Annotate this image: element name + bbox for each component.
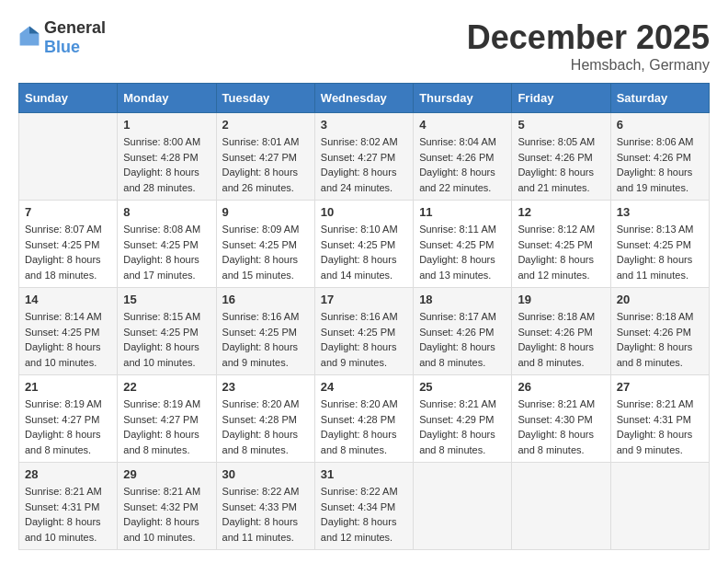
- day-number: 6: [617, 118, 703, 132]
- logo-blue: Blue: [44, 38, 80, 56]
- daylight-text: Daylight: 8 hours and 18 minutes.: [25, 254, 101, 281]
- daylight-text: Daylight: 8 hours and 11 minutes.: [617, 254, 693, 281]
- sunrise-text: Sunrise: 8:20 AM: [222, 398, 300, 409]
- calendar-cell: 26 Sunrise: 8:21 AM Sunset: 4:30 PM Dayl…: [512, 375, 610, 463]
- sunset-text: Sunset: 4:26 PM: [518, 152, 592, 163]
- day-info: Sunrise: 8:09 AM Sunset: 4:25 PM Dayligh…: [222, 222, 309, 282]
- daylight-text: Daylight: 8 hours and 8 minutes.: [419, 341, 495, 368]
- calendar-week-row: 7 Sunrise: 8:07 AM Sunset: 4:25 PM Dayli…: [19, 201, 710, 288]
- sunset-text: Sunset: 4:28 PM: [123, 152, 198, 163]
- sunset-text: Sunset: 4:26 PM: [518, 327, 592, 338]
- sunset-text: Sunset: 4:25 PM: [617, 239, 691, 250]
- calendar-cell: [512, 463, 610, 550]
- day-number: 17: [321, 293, 407, 306]
- daylight-text: Daylight: 8 hours and 8 minutes.: [25, 429, 101, 455]
- sunrise-text: Sunrise: 8:22 AM: [321, 486, 398, 497]
- calendar-cell: 1 Sunrise: 8:00 AM Sunset: 4:28 PM Dayli…: [118, 113, 216, 201]
- day-info: Sunrise: 8:14 AM Sunset: 4:25 PM Dayligh…: [25, 309, 111, 370]
- sunset-text: Sunset: 4:27 PM: [222, 152, 297, 163]
- sunrise-text: Sunrise: 8:21 AM: [518, 398, 595, 409]
- sunrise-text: Sunrise: 8:11 AM: [419, 224, 496, 235]
- sunrise-text: Sunrise: 8:12 AM: [518, 224, 595, 235]
- sunrise-text: Sunrise: 8:02 AM: [321, 136, 398, 147]
- calendar-cell: 24 Sunrise: 8:20 AM Sunset: 4:28 PM Dayl…: [314, 375, 413, 463]
- sunrise-text: Sunrise: 8:00 AM: [123, 136, 200, 147]
- sunrise-text: Sunrise: 8:19 AM: [123, 398, 200, 409]
- day-number: 28: [25, 467, 111, 481]
- calendar-cell: [610, 463, 709, 550]
- daylight-text: Daylight: 8 hours and 12 minutes.: [321, 516, 397, 543]
- logo-graphic: [18, 25, 40, 51]
- calendar-cell: 3 Sunrise: 8:02 AM Sunset: 4:27 PM Dayli…: [314, 113, 413, 201]
- calendar-cell: 17 Sunrise: 8:16 AM Sunset: 4:25 PM Dayl…: [314, 288, 413, 375]
- sunset-text: Sunset: 4:27 PM: [321, 152, 395, 163]
- day-number: 11: [419, 205, 506, 219]
- daylight-text: Daylight: 8 hours and 8 minutes.: [617, 341, 693, 368]
- sunrise-text: Sunrise: 8:07 AM: [25, 224, 102, 235]
- day-number: 24: [321, 380, 407, 394]
- sunset-text: Sunset: 4:26 PM: [617, 327, 691, 338]
- sunset-text: Sunset: 4:25 PM: [222, 327, 297, 338]
- day-number: 4: [419, 118, 506, 132]
- weekday-header-monday: Monday: [118, 84, 216, 113]
- sunrise-text: Sunrise: 8:01 AM: [222, 136, 300, 147]
- calendar-cell: 6 Sunrise: 8:06 AM Sunset: 4:26 PM Dayli…: [610, 113, 709, 201]
- calendar-cell: 11 Sunrise: 8:11 AM Sunset: 4:25 PM Dayl…: [414, 201, 512, 288]
- day-info: Sunrise: 8:15 AM Sunset: 4:25 PM Dayligh…: [123, 309, 210, 370]
- day-info: Sunrise: 8:21 AM Sunset: 4:32 PM Dayligh…: [123, 484, 210, 545]
- day-info: Sunrise: 8:22 AM Sunset: 4:33 PM Dayligh…: [222, 484, 309, 545]
- sunrise-text: Sunrise: 8:21 AM: [617, 398, 694, 409]
- sunrise-text: Sunrise: 8:18 AM: [518, 311, 595, 322]
- day-info: Sunrise: 8:04 AM Sunset: 4:26 PM Dayligh…: [419, 134, 506, 195]
- sunrise-text: Sunrise: 8:22 AM: [222, 486, 300, 497]
- daylight-text: Daylight: 8 hours and 13 minutes.: [419, 254, 495, 281]
- sunrise-text: Sunrise: 8:16 AM: [222, 311, 300, 322]
- calendar-cell: 22 Sunrise: 8:19 AM Sunset: 4:27 PM Dayl…: [118, 375, 216, 463]
- day-info: Sunrise: 8:16 AM Sunset: 4:25 PM Dayligh…: [321, 309, 407, 370]
- day-info: Sunrise: 8:21 AM Sunset: 4:29 PM Dayligh…: [419, 396, 506, 457]
- sunset-text: Sunset: 4:25 PM: [222, 239, 297, 250]
- sunset-text: Sunset: 4:32 PM: [123, 501, 198, 512]
- sunrise-text: Sunrise: 8:21 AM: [25, 486, 102, 497]
- daylight-text: Daylight: 8 hours and 11 minutes.: [222, 516, 299, 543]
- calendar-week-row: 21 Sunrise: 8:19 AM Sunset: 4:27 PM Dayl…: [19, 375, 710, 463]
- day-number: 23: [222, 380, 309, 394]
- calendar-header-row: SundayMondayTuesdayWednesdayThursdayFrid…: [19, 84, 710, 113]
- calendar-week-row: 14 Sunrise: 8:14 AM Sunset: 4:25 PM Dayl…: [19, 288, 710, 375]
- day-info: Sunrise: 8:21 AM Sunset: 4:31 PM Dayligh…: [25, 484, 111, 545]
- daylight-text: Daylight: 8 hours and 15 minutes.: [222, 254, 299, 281]
- daylight-text: Daylight: 8 hours and 9 minutes.: [321, 341, 397, 368]
- day-info: Sunrise: 8:19 AM Sunset: 4:27 PM Dayligh…: [123, 396, 210, 457]
- sunset-text: Sunset: 4:30 PM: [518, 414, 592, 425]
- sunrise-text: Sunrise: 8:17 AM: [419, 311, 496, 322]
- sunset-text: Sunset: 4:31 PM: [25, 501, 99, 512]
- day-info: Sunrise: 8:00 AM Sunset: 4:28 PM Dayligh…: [123, 134, 210, 195]
- daylight-text: Daylight: 8 hours and 10 minutes.: [25, 341, 101, 368]
- day-info: Sunrise: 8:06 AM Sunset: 4:26 PM Dayligh…: [617, 134, 703, 195]
- day-info: Sunrise: 8:22 AM Sunset: 4:34 PM Dayligh…: [321, 484, 407, 545]
- day-info: Sunrise: 8:20 AM Sunset: 4:28 PM Dayligh…: [222, 396, 309, 457]
- day-number: 27: [617, 380, 703, 394]
- calendar-cell: 25 Sunrise: 8:21 AM Sunset: 4:29 PM Dayl…: [414, 375, 512, 463]
- calendar-cell: 10 Sunrise: 8:10 AM Sunset: 4:25 PM Dayl…: [314, 201, 413, 288]
- logo: General Blue: [18, 18, 106, 57]
- sunset-text: Sunset: 4:28 PM: [321, 414, 395, 425]
- sunrise-text: Sunrise: 8:13 AM: [617, 224, 694, 235]
- day-number: 1: [123, 118, 210, 132]
- sunset-text: Sunset: 4:27 PM: [123, 414, 198, 425]
- calendar-cell: 31 Sunrise: 8:22 AM Sunset: 4:34 PM Dayl…: [314, 463, 413, 550]
- calendar-cell: 21 Sunrise: 8:19 AM Sunset: 4:27 PM Dayl…: [19, 375, 118, 463]
- day-info: Sunrise: 8:01 AM Sunset: 4:27 PM Dayligh…: [222, 134, 309, 195]
- day-number: 3: [321, 118, 407, 132]
- sunset-text: Sunset: 4:25 PM: [321, 239, 395, 250]
- daylight-text: Daylight: 8 hours and 8 minutes.: [321, 429, 397, 455]
- day-number: 8: [123, 205, 210, 219]
- day-number: 16: [222, 293, 309, 306]
- weekday-header-wednesday: Wednesday: [314, 84, 413, 113]
- title-area: December 2025 Hemsbach, Germany: [467, 18, 710, 74]
- day-number: 18: [419, 293, 506, 306]
- day-number: 31: [321, 467, 407, 481]
- day-info: Sunrise: 8:13 AM Sunset: 4:25 PM Dayligh…: [617, 222, 703, 282]
- calendar-cell: 8 Sunrise: 8:08 AM Sunset: 4:25 PM Dayli…: [118, 201, 216, 288]
- day-number: 14: [25, 293, 111, 306]
